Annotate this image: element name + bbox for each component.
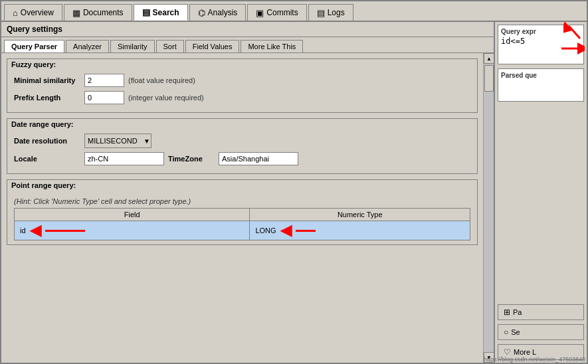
tab-sort[interactable]: Sort (156, 40, 184, 52)
timezone-label: TimeZone (168, 155, 215, 163)
date-resolution-label: Date resolution (14, 137, 80, 145)
right-panel: Query expr id<=5 (494, 22, 587, 363)
tab-search[interactable]: ▤ Search (134, 4, 188, 21)
date-resolution-select-container: MILLISECOND SECOND MINUTE HOUR DAY MONTH… (84, 134, 151, 148)
watermark: https://blog.csdn.net/weixin_47503840 (484, 356, 585, 363)
svg-line-4 (569, 26, 580, 39)
locale-label: Locale (14, 155, 80, 163)
locale-timezone-row: Locale TimeZone (14, 152, 470, 165)
min-similarity-label: Minimal similarity (14, 76, 80, 84)
tab-query-parser[interactable]: Query Parser (4, 40, 64, 52)
field-arrow-icon: ◀ (30, 223, 41, 238)
tab-overview[interactable]: ⌂ Overview (4, 4, 62, 21)
numeric-type-arrow-icon: ◀ (280, 223, 292, 238)
search-label: Se (511, 328, 520, 336)
min-similarity-row: Minimal similarity (float value required… (14, 74, 470, 87)
right-spacer (498, 106, 584, 300)
scrollbar-track[interactable] (484, 64, 494, 352)
tab-analysis-label: Analysis (208, 8, 238, 17)
logs-icon: ▤ (317, 8, 325, 18)
more-label: More L (514, 348, 536, 356)
documents-icon: ▦ (72, 8, 80, 18)
min-similarity-input[interactable] (84, 74, 124, 87)
arrow-line2 (296, 230, 316, 232)
tab-field-values[interactable]: Field Values (185, 40, 240, 52)
prefix-length-input[interactable] (84, 91, 124, 104)
parsed-query-section: Parsed que (498, 68, 584, 102)
point-range-table: Field Numeric Type (14, 208, 470, 240)
date-range-query-header: Date range query: (7, 119, 477, 130)
arrow-decoration (563, 22, 587, 47)
fuzzy-query-section: Fuzzy query: Minimal similarity (float v… (7, 58, 478, 113)
tab-analysis[interactable]: ⌬ Analysis (189, 4, 246, 21)
point-range-query-content: (Hint: Click 'Numeric Type' cell and sel… (7, 191, 477, 244)
min-similarity-hint: (float value required) (128, 76, 195, 84)
date-range-query-content: Date resolution MILLISECOND SECOND MINUT… (7, 130, 477, 173)
parse-icon: ⊞ (504, 308, 510, 317)
field-cell: id ◀ (15, 221, 250, 240)
parse-label: Pa (513, 308, 522, 316)
tab-similarity[interactable]: Similarity (110, 40, 155, 52)
field-column-header: Field (15, 209, 250, 221)
point-range-hint: (Hint: Click 'Numeric Type' cell and sel… (14, 195, 470, 208)
tab-more-like-this[interactable]: More Like This (241, 40, 303, 52)
table-row[interactable]: id ◀ LONG ◀ (15, 221, 470, 240)
numeric-type-cell[interactable]: LONG ◀ (250, 221, 470, 240)
query-expr-section: Query expr id<=5 (498, 25, 584, 64)
prefix-length-label: Prefix Length (14, 94, 80, 102)
tab-documents-label: Documents (83, 8, 124, 17)
date-resolution-select[interactable]: MILLISECOND SECOND MINUTE HOUR DAY MONTH… (84, 134, 151, 148)
top-tab-bar: ⌂ Overview ▦ Documents ▤ Search ⌬ Analys… (1, 1, 587, 22)
prefix-length-row: Prefix Length (integer value required) (14, 91, 470, 104)
overview-icon: ⌂ (13, 8, 18, 18)
point-range-query-header: Point range query: (7, 180, 477, 191)
content-scroll-wrapper: Fuzzy query: Minimal similarity (float v… (1, 53, 494, 363)
fuzzy-query-header: Fuzzy query: (7, 59, 477, 70)
scrollbar[interactable]: ▲ ▼ (483, 53, 494, 363)
tab-documents[interactable]: ▦ Documents (64, 4, 132, 21)
field-value: id (20, 227, 26, 234)
main-window: ⌂ Overview ▦ Documents ▤ Search ⌬ Analys… (0, 0, 588, 364)
timezone-input[interactable] (219, 152, 298, 165)
fuzzy-query-content: Minimal similarity (float value required… (7, 70, 477, 112)
tab-commits[interactable]: ▣ Commits (247, 4, 306, 21)
parsed-query-title: Parsed que (501, 72, 581, 79)
date-range-query-section: Date range query: Date resolution MILLIS… (7, 118, 478, 174)
tab-analyzer[interactable]: Analyzer (66, 40, 109, 52)
search-button[interactable]: ○ Se (498, 324, 584, 340)
commits-icon: ▣ (256, 8, 264, 18)
diagonal-arrow-svg (563, 22, 587, 45)
numeric-type-value: LONG (255, 227, 276, 234)
tab-logs-label: Logs (328, 8, 345, 17)
scrollbar-thumb[interactable] (484, 65, 494, 92)
numeric-type-column-header: Numeric Type (250, 209, 470, 221)
left-panel: Query settings Query Parser Analyzer Sim… (1, 22, 494, 363)
content-inner: Fuzzy query: Minimal similarity (float v… (1, 53, 483, 363)
locale-input[interactable] (84, 152, 164, 165)
tab-commits-label: Commits (266, 8, 298, 17)
scroll-up-button[interactable]: ▲ (484, 53, 494, 64)
more-icon: ♡ (504, 347, 511, 357)
tab-search-label: Search (153, 8, 179, 17)
query-settings-header: Query settings (1, 22, 494, 37)
search-tab-icon: ▤ (142, 7, 150, 17)
prefix-length-hint: (integer value required) (128, 94, 204, 102)
parse-button[interactable]: ⊞ Pa (498, 304, 584, 320)
search-icon: ○ (504, 327, 508, 337)
main-content: Query settings Query Parser Analyzer Sim… (1, 22, 587, 363)
date-resolution-row: Date resolution MILLISECOND SECOND MINUT… (14, 134, 470, 148)
tab-logs[interactable]: ▤ Logs (308, 4, 353, 21)
point-range-query-section: Point range query: (Hint: Click 'Numeric… (7, 179, 478, 245)
inner-tab-bar: Query Parser Analyzer Similarity Sort Fi… (1, 37, 494, 53)
analysis-icon: ⌬ (198, 8, 205, 18)
arrow-line (45, 230, 85, 232)
tab-overview-label: Overview (21, 8, 54, 17)
